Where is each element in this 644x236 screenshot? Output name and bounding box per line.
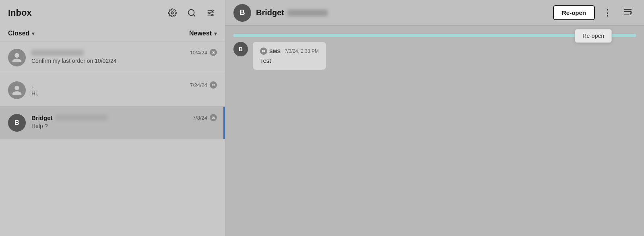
conv-preview: Confirm my last order on 10/02/24 (31, 58, 217, 64)
filter-icon (206, 8, 215, 17)
conv-meta: 10/4/24 ✉ (190, 49, 217, 56)
person-icon (11, 85, 23, 96)
conv-name-blurred (31, 49, 84, 56)
sort-chevron-icon: ▾ (214, 31, 217, 37)
reopen-button[interactable]: Re-open (553, 5, 595, 20)
list-item[interactable]: 10/4/24 ✉ Confirm my last order on 10/02… (0, 41, 225, 74)
sort-view-button[interactable] (620, 6, 636, 19)
conv-top: . 7/24/24 ✉ (31, 81, 217, 89)
svg-point-5 (212, 14, 213, 16)
conv-top: 10/4/24 ✉ (31, 49, 217, 56)
status-filter-label: Closed (8, 30, 29, 37)
svg-point-3 (209, 12, 211, 14)
avatar (8, 49, 26, 66)
sort-list-icon (623, 8, 633, 16)
conv-top: Bridget 7/8/24 ✉ (31, 114, 217, 121)
list-item[interactable]: B Bridget 7/8/24 ✉ Help ? (0, 107, 225, 139)
conv-preview: Hi. (31, 90, 217, 97)
reopen-tooltip: Re-open (575, 29, 612, 43)
gear-icon (168, 8, 177, 17)
message-bubble-container: B ✉ SMS 7/3/24, 2:33 PM Test (233, 42, 636, 70)
message-area: B ✉ SMS 7/3/24, 2:33 PM Test (225, 26, 644, 236)
inbox-title: Inbox (8, 8, 32, 18)
status-filter-button[interactable]: Closed ▾ (8, 30, 35, 37)
gear-button[interactable] (166, 7, 178, 19)
sms-channel-icon: ✉ (210, 49, 217, 56)
message-text: Test (260, 57, 319, 64)
active-indicator (223, 107, 225, 139)
right-header-left: B Bridget (233, 4, 328, 22)
message-time: 7/3/24, 2:33 PM (285, 48, 319, 54)
search-icon (187, 8, 196, 17)
right-header: B Bridget Re-open ⋮ (225, 0, 644, 26)
conv-content: Bridget 7/8/24 ✉ Help ? (31, 114, 217, 129)
message-header: ✉ SMS 7/3/24, 2:33 PM (260, 48, 319, 55)
svg-point-1 (188, 10, 194, 16)
conv-date: 7/8/24 (193, 115, 207, 121)
conv-content: . 7/24/24 ✉ Hi. (31, 81, 217, 97)
left-header: Inbox (0, 0, 225, 26)
sort-filter-button[interactable]: Newest ▾ (189, 30, 217, 37)
right-header-actions: Re-open ⋮ (553, 5, 636, 20)
conversation-list: 10/4/24 ✉ Confirm my last order on 10/02… (0, 41, 225, 236)
left-panel: Inbox (0, 0, 225, 236)
more-options-button[interactable]: ⋮ (600, 6, 615, 20)
channel-label: SMS (269, 48, 281, 54)
message-bubble: ✉ SMS 7/3/24, 2:33 PM Test (253, 42, 326, 70)
svg-line-2 (193, 14, 195, 16)
message-avatar: B (233, 42, 248, 56)
contact-name-blurred (287, 10, 328, 16)
conv-name-dot: . (31, 82, 33, 89)
svg-point-4 (212, 10, 213, 12)
conv-date: 10/4/24 (190, 50, 207, 56)
right-panel: B Bridget Re-open ⋮ Re-open (225, 0, 644, 236)
conv-content: 10/4/24 ✉ Confirm my last order on 10/02… (31, 49, 217, 64)
sort-filter-label: Newest (189, 30, 212, 37)
avatar (8, 81, 26, 99)
conv-name: Bridget (31, 114, 107, 121)
header-icons (166, 7, 217, 19)
message-channel-icon: ✉ (260, 48, 267, 55)
svg-point-0 (171, 12, 173, 14)
avatar: B (8, 114, 26, 132)
person-icon (11, 52, 23, 63)
sms-channel-icon: ✉ (210, 81, 217, 89)
search-button[interactable] (186, 7, 198, 19)
message-channel: ✉ SMS (260, 48, 281, 55)
conv-preview: Help ? (31, 123, 217, 129)
contact-avatar: B (233, 4, 251, 22)
sms-channel-icon: ✉ (210, 114, 217, 121)
filter-bar: Closed ▾ Newest ▾ (0, 26, 225, 41)
list-item[interactable]: . 7/24/24 ✉ Hi. (0, 74, 225, 107)
conv-date: 7/24/24 (190, 82, 207, 88)
filter-button[interactable] (205, 7, 217, 19)
contact-name: Bridget (256, 8, 328, 17)
status-chevron-icon: ▾ (32, 31, 35, 37)
